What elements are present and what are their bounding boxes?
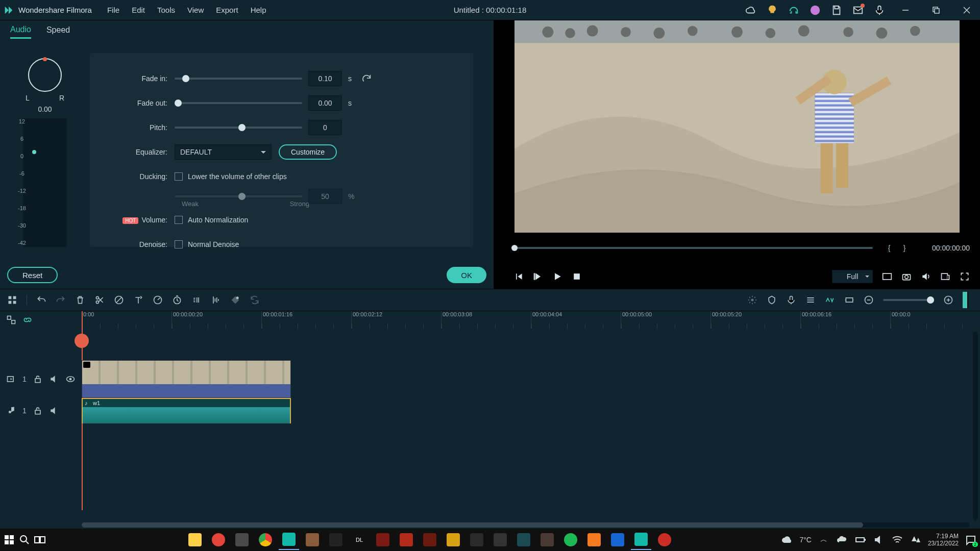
- redo-icon[interactable]: [56, 295, 66, 305]
- fade-reset-icon[interactable]: [361, 73, 372, 84]
- preview-progress[interactable]: [511, 247, 873, 249]
- auto-ripple-icon[interactable]: [825, 295, 835, 305]
- start-button[interactable]: [3, 534, 15, 546]
- taskbar-app-generic-10[interactable]: [513, 530, 534, 550]
- taskbar-app-generic-1[interactable]: [302, 530, 323, 550]
- taskbar-search-icon[interactable]: [18, 534, 31, 546]
- pitch-slider[interactable]: [175, 127, 302, 129]
- taskbar-app-generic-8[interactable]: [467, 530, 487, 550]
- ducking-amount-value[interactable]: 50: [308, 189, 342, 204]
- taskbar-app-generic-5[interactable]: [396, 530, 416, 550]
- tray-volume-icon[interactable]: [873, 534, 885, 546]
- tray-wifi-icon[interactable]: [891, 534, 903, 546]
- ok-button[interactable]: OK: [447, 267, 486, 283]
- tray-chevron-icon[interactable]: ︿: [818, 534, 830, 546]
- audio-adjust-icon[interactable]: [211, 295, 221, 305]
- maximize-button[interactable]: [926, 0, 946, 20]
- voiceover-icon[interactable]: [786, 295, 796, 305]
- headphones-icon[interactable]: [788, 5, 799, 16]
- taskbar-app-generic-4[interactable]: [373, 530, 393, 550]
- layout-icon[interactable]: [7, 295, 17, 305]
- close-button[interactable]: [957, 0, 977, 20]
- color-tools-icon[interactable]: [191, 295, 202, 305]
- prev-frame-button[interactable]: [513, 271, 524, 282]
- timeline-hscroll[interactable]: [82, 522, 970, 528]
- menu-help[interactable]: Help: [251, 6, 266, 14]
- account-avatar-icon[interactable]: [810, 5, 821, 16]
- taskbar-app-generic-11[interactable]: [537, 530, 557, 550]
- taskbar-app-opera[interactable]: [208, 530, 229, 550]
- cloud-icon[interactable]: [745, 5, 756, 16]
- menu-view[interactable]: View: [187, 6, 204, 14]
- pitch-value[interactable]: 0: [308, 120, 342, 135]
- auto-normalization-checkbox[interactable]: [175, 216, 183, 224]
- video-clip[interactable]: [82, 360, 291, 398]
- tab-speed[interactable]: Speed: [46, 26, 70, 38]
- taskbar-app-generic-6[interactable]: [420, 530, 440, 550]
- taskbar-app-generic-2[interactable]: [326, 530, 346, 550]
- audio-clip[interactable]: w1: [82, 398, 291, 423]
- microphone-icon[interactable]: [874, 5, 885, 16]
- taskbar-app-generic-12[interactable]: [607, 530, 628, 550]
- split-icon[interactable]: [94, 295, 105, 305]
- taskbar-app-vlc[interactable]: [584, 530, 604, 550]
- link-icon[interactable]: [22, 315, 33, 325]
- fade-out-value[interactable]: 0.00: [308, 95, 342, 111]
- play-button[interactable]: [552, 271, 562, 282]
- timeline-zoom-slider[interactable]: [883, 299, 934, 301]
- snapshot-icon[interactable]: [901, 271, 912, 282]
- play-pause-button[interactable]: [533, 271, 543, 282]
- menu-edit[interactable]: Edit: [132, 6, 145, 14]
- taskbar-app-spotify[interactable]: [560, 530, 581, 550]
- marker-icon[interactable]: [767, 295, 777, 305]
- tray-notifications-icon[interactable]: 2: [965, 534, 977, 546]
- manage-tracks-icon[interactable]: [6, 315, 16, 325]
- display-mode-icon[interactable]: [882, 271, 892, 282]
- tips-icon[interactable]: [767, 5, 778, 16]
- ducking-amount-slider[interactable]: [175, 195, 302, 197]
- taskbar-app-generic-7[interactable]: [443, 530, 463, 550]
- menu-file[interactable]: File: [107, 6, 119, 14]
- taskbar-app-explorer[interactable]: [185, 530, 205, 550]
- video-mute-icon[interactable]: [49, 374, 59, 384]
- ducking-checkbox[interactable]: [175, 172, 183, 181]
- fade-in-slider[interactable]: [175, 78, 302, 80]
- taskbar-app-generic-13[interactable]: [654, 530, 675, 550]
- denoise-checkbox[interactable]: [175, 240, 183, 248]
- render-icon[interactable]: [747, 295, 757, 305]
- messages-icon[interactable]: [852, 5, 864, 16]
- timeline-vscroll[interactable]: [973, 332, 978, 520]
- menu-export[interactable]: Export: [216, 6, 238, 14]
- sync-icon[interactable]: [250, 295, 260, 305]
- keyframe-icon[interactable]: [230, 295, 240, 305]
- undo-icon[interactable]: [36, 295, 46, 305]
- fade-out-slider[interactable]: [175, 102, 302, 104]
- taskbar-app-nvidia[interactable]: [232, 530, 252, 550]
- taskbar-app-generic-3[interactable]: DL: [349, 530, 370, 550]
- text-icon[interactable]: [133, 295, 143, 305]
- equalizer-select[interactable]: DEFAULT: [175, 144, 272, 160]
- fade-in-value[interactable]: 0.10: [308, 71, 342, 86]
- task-view-icon[interactable]: [34, 534, 46, 546]
- delete-icon[interactable]: [75, 295, 85, 305]
- audio-lock-icon[interactable]: [33, 406, 43, 416]
- tray-onedrive-icon[interactable]: [836, 534, 848, 546]
- equalizer-customize-button[interactable]: Customize: [279, 144, 337, 160]
- taskbar-app-generic-9[interactable]: [490, 530, 510, 550]
- export-frame-icon[interactable]: [940, 271, 950, 282]
- track-size-toggle[interactable]: [963, 292, 973, 308]
- stop-button[interactable]: [572, 271, 582, 282]
- fit-icon[interactable]: [844, 295, 854, 305]
- weather-temp[interactable]: 7°C: [799, 536, 812, 544]
- duration-icon[interactable]: [172, 295, 182, 305]
- reset-button[interactable]: Reset: [7, 267, 58, 283]
- taskbar-app-filmora-2[interactable]: [631, 530, 651, 550]
- video-visibility-icon[interactable]: [65, 374, 76, 384]
- tray-date[interactable]: 23/12/2022: [928, 540, 959, 547]
- preview-zoom-select[interactable]: Full: [832, 270, 873, 283]
- tray-time[interactable]: 7:19 AM: [928, 533, 959, 540]
- taskbar-app-chrome[interactable]: [255, 530, 276, 550]
- weather-icon[interactable]: [781, 534, 793, 546]
- tray-battery-icon[interactable]: [854, 534, 867, 546]
- menu-tools[interactable]: Tools: [157, 6, 175, 14]
